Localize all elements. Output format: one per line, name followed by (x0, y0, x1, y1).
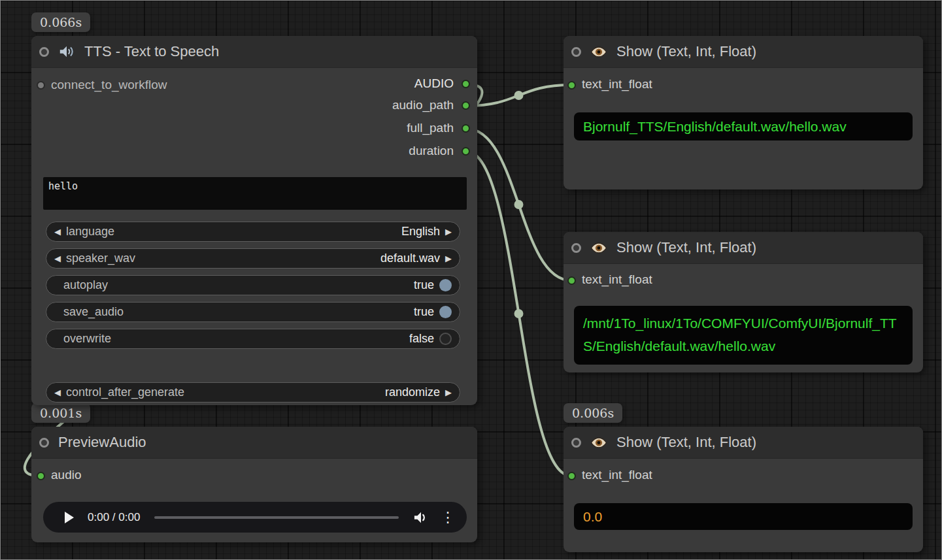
show-text-value: /mnt/1To_linux/1To/COMFYUI/ComfyUI/Bjorn… (574, 306, 913, 365)
node-show-text-3[interactable]: Show (Text, Int, Float) text_int_float 0… (564, 427, 923, 552)
input-slot-dot-audio[interactable] (37, 472, 45, 480)
eye-icon (590, 46, 607, 58)
audio-time: 0:00 / 0:00 (88, 511, 140, 524)
output-slot-dot-full-path[interactable] (462, 124, 470, 133)
node-title: PreviewAudio (58, 434, 146, 451)
output-slot-label-audio: AUDIO (414, 76, 454, 91)
node-title-bar[interactable]: Show (Text, Int, Float) (564, 427, 923, 459)
combo-right-arrow-icon[interactable]: ▶ (445, 388, 452, 397)
collapse-dot[interactable] (39, 438, 49, 448)
node-preview-audio[interactable]: PreviewAudio audio 0:00 / 0:00 ⋮ (31, 427, 477, 542)
combo-left-arrow-icon[interactable]: ◀ (54, 254, 61, 263)
node-title: TTS - Text to Speech (84, 43, 219, 60)
combo-language[interactable]: ◀ language English ▶ (46, 222, 460, 242)
toggle-label: save_audio (54, 305, 124, 319)
wire-midpoint-dot[interactable] (514, 91, 524, 100)
collapse-dot[interactable] (571, 438, 581, 448)
audio-seekbar[interactable] (154, 516, 399, 519)
text-prompt-input[interactable]: hello (43, 177, 467, 210)
combo-value: default.wav (380, 252, 440, 265)
combo-right-arrow-icon[interactable]: ▶ (445, 227, 452, 236)
input-slot-label: connect_to_workflow (51, 78, 167, 92)
combo-label: control_after_generate (66, 386, 184, 399)
input-slot-dot-text-int-float[interactable] (567, 472, 576, 480)
combo-label: language (66, 225, 114, 239)
collapse-dot[interactable] (571, 243, 581, 253)
output-slot-dot-audio-path[interactable] (462, 101, 470, 110)
toggle-knob[interactable] (439, 306, 452, 318)
timing-badge-preview-audio: 0.001s (31, 403, 90, 423)
eye-icon (590, 437, 607, 448)
node-title-bar[interactable]: Show (Text, Int, Float) (564, 232, 923, 264)
toggle-save-audio[interactable]: save_audio true (46, 302, 460, 322)
output-slot-dot-audio[interactable] (462, 80, 470, 88)
eye-icon (590, 242, 607, 254)
timing-badge-tts: 0.066s (31, 12, 90, 32)
node-graph-canvas[interactable]: 0.066s 0.001s 0.006s TTS - Text to Speec… (0, 0, 942, 560)
node-show-text-2[interactable]: Show (Text, Int, Float) text_int_float /… (564, 232, 923, 372)
node-title-bar[interactable]: TTS - Text to Speech (31, 36, 477, 68)
timing-badge-show3: 0.006s (564, 403, 622, 423)
output-slot-label-full-path: full_path (407, 121, 454, 135)
speaker-sound-icon (58, 44, 75, 59)
combo-left-arrow-icon[interactable]: ◀ (54, 227, 61, 236)
audio-player[interactable]: 0:00 / 0:00 ⋮ (43, 502, 467, 533)
show-text-value: Bjornulf_TTS/English/default.wav/hello.w… (574, 112, 913, 140)
node-title-bar[interactable]: Show (Text, Int, Float) (564, 36, 923, 68)
combo-value: randomize (385, 386, 440, 399)
combo-left-arrow-icon[interactable]: ◀ (54, 388, 61, 397)
output-slot-dot-duration[interactable] (462, 147, 470, 156)
toggle-knob[interactable] (439, 333, 452, 345)
show-text-value: 0.0 (574, 503, 913, 530)
wire-midpoint-dot[interactable] (514, 200, 524, 209)
toggle-overwrite[interactable]: overwrite false (46, 329, 460, 349)
collapse-dot[interactable] (571, 47, 581, 57)
output-slot-label-duration: duration (409, 144, 454, 158)
node-title-bar[interactable]: PreviewAudio (31, 427, 477, 459)
input-slot-label: text_int_float (582, 77, 652, 91)
input-slot-label: text_int_float (582, 272, 652, 287)
output-slot-label-audio-path: audio_path (392, 98, 454, 112)
volume-icon[interactable] (413, 510, 429, 525)
toggle-label: autoplay (54, 278, 108, 292)
input-slot-dot-connect-to-workflow[interactable] (37, 81, 45, 90)
overflow-menu-icon[interactable]: ⋮ (441, 510, 455, 525)
input-slot-label: text_int_float (582, 468, 652, 482)
combo-label: speaker_wav (66, 252, 135, 265)
combo-control-after-generate[interactable]: ◀ control_after_generate randomize ▶ (46, 382, 460, 403)
node-show-text-1[interactable]: Show (Text, Int, Float) text_int_float B… (564, 36, 923, 189)
combo-right-arrow-icon[interactable]: ▶ (445, 254, 452, 263)
toggle-knob[interactable] (439, 279, 452, 291)
node-title: Show (Text, Int, Float) (616, 434, 756, 451)
toggle-label: overwrite (54, 332, 111, 346)
toggle-value: false (409, 332, 434, 346)
toggle-value: true (414, 305, 434, 319)
play-icon[interactable] (64, 512, 75, 523)
wire-midpoint-dot[interactable] (514, 309, 524, 318)
collapse-dot[interactable] (39, 47, 49, 57)
input-slot-dot-text-int-float[interactable] (567, 81, 576, 90)
node-tts-text-to-speech[interactable]: TTS - Text to Speech connect_to_workflow… (31, 36, 477, 405)
toggle-value: true (414, 278, 434, 292)
input-slot-dot-text-int-float[interactable] (567, 276, 576, 285)
input-slot-label: audio (51, 468, 82, 482)
combo-speaker-wav[interactable]: ◀ speaker_wav default.wav ▶ (46, 248, 460, 269)
node-title: Show (Text, Int, Float) (616, 43, 756, 60)
toggle-autoplay[interactable]: autoplay true (46, 275, 460, 295)
node-title: Show (Text, Int, Float) (616, 239, 756, 256)
combo-value: English (401, 225, 440, 239)
